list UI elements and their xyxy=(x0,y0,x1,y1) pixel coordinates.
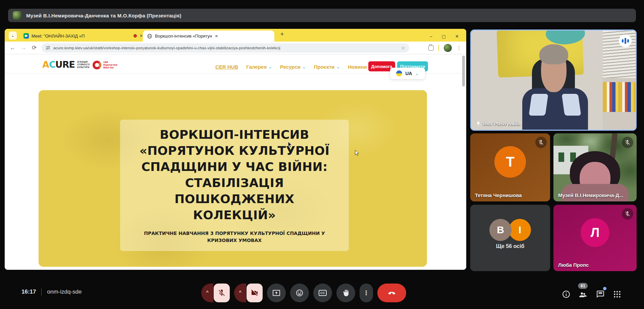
theme-divider xyxy=(438,45,439,51)
mic-toggle-button[interactable] xyxy=(214,284,230,302)
mic-control-group: ^ xyxy=(201,284,230,302)
participant-tile-overflow[interactable]: В І Ще 56 осіб xyxy=(470,205,550,271)
mic-off-icon xyxy=(218,289,226,297)
close-icon[interactable]: ✕ xyxy=(140,34,143,38)
person-hair xyxy=(539,44,568,64)
chevron-down-icon: ⌄ xyxy=(268,64,272,69)
address-bar[interactable]: acure.komp.kiev.ua/uk/statti/vorkshop-in… xyxy=(42,43,409,53)
bookshelf xyxy=(603,30,636,130)
info-icon xyxy=(562,290,571,299)
pin-icon xyxy=(476,121,481,126)
nav-item-resursy[interactable]: Ресурси⌄ xyxy=(280,64,306,70)
back-icon[interactable]: ← xyxy=(9,45,16,51)
partner-logo[interactable]: CBR Regional Hub Black Sea xyxy=(93,61,117,69)
raise-hand-icon xyxy=(342,289,350,297)
mic-off-icon xyxy=(538,139,544,145)
slide-title-line: КОЛЕКЦІЙ» xyxy=(193,207,276,223)
participant-name: Музей В.І.Немировича-Д... xyxy=(558,192,623,198)
participant-tile-lyuba[interactable]: Л Люба Пропс xyxy=(553,205,637,271)
slide-text-panel: ВОРКШОП-ІНТЕНСИВ «ПОРЯТУНОК КУЛЬТУРНОЇ С… xyxy=(120,120,349,251)
avatar: Т xyxy=(494,146,526,178)
camera-options-button[interactable]: ^ xyxy=(234,284,246,302)
meet-favicon-icon xyxy=(23,33,29,39)
more-participants-label: Ще 56 осіб xyxy=(470,243,550,249)
browser-tab-strip: ⌄ Meet: "ОНЛАЙН-ЗАХІД «П ✕ Воркшоп-інтен… xyxy=(5,29,466,42)
participants-button[interactable]: 61 xyxy=(576,288,590,301)
avatar: В xyxy=(489,219,512,241)
chat-button[interactable] xyxy=(594,288,607,301)
tab-workshop[interactable]: Воркшоп-інтенсив «Порятун ✕ xyxy=(143,30,274,42)
window-close-button[interactable]: ✕ xyxy=(455,34,459,39)
mic-muted-badge xyxy=(622,137,633,148)
chat-notification-dot xyxy=(603,287,606,290)
language-selector[interactable]: UA ⌄ xyxy=(390,68,425,79)
new-tab-button[interactable]: + xyxy=(278,30,286,39)
chevron-down-icon: ⌄ xyxy=(415,71,419,76)
bookmark-star-icon[interactable]: ☆ xyxy=(401,45,405,51)
page-scrollbar[interactable] xyxy=(462,56,465,86)
slide-title-line: ПОШКОДЖЕНИХ xyxy=(174,191,294,207)
activities-button[interactable] xyxy=(610,288,624,301)
shirt-collar xyxy=(529,94,548,116)
tab-panel-icon[interactable] xyxy=(428,45,434,51)
browser-menu-icon[interactable]: ⋮ xyxy=(457,45,462,51)
raise-hand-button[interactable] xyxy=(336,284,355,302)
speaking-indicator-icon xyxy=(619,35,632,47)
reload-icon[interactable]: ⟳ xyxy=(31,44,38,51)
participant-tile-ihor[interactable]: Ihor Poshyvailo xyxy=(470,29,637,131)
profile-avatar[interactable] xyxy=(444,44,452,52)
nav-item-novyny[interactable]: Новини xyxy=(348,64,367,70)
slide-title-line: ВОРКШОП-ІНТЕНСИВ xyxy=(160,127,309,143)
meeting-details-button[interactable] xyxy=(559,288,573,301)
shirt-collar xyxy=(562,94,581,116)
nav-item-proekty[interactable]: Проєкти⌄ xyxy=(314,64,340,70)
more-options-button[interactable]: ⋮ xyxy=(360,284,373,302)
browser-toolbar: ← → ⟳ acure.komp.kiev.ua/uk/statti/vorks… xyxy=(5,42,466,54)
site-logo[interactable]: ACURE АГЕНЦІЯ СТІЙКОСТІ КУЛЬТУРИ xyxy=(42,59,90,70)
present-screen-button[interactable] xyxy=(267,284,286,302)
brand-wordmark: ACURE xyxy=(42,59,75,70)
participant-tile-tetyana[interactable]: Т Тетяна Чернишова xyxy=(470,133,550,201)
mic-off-icon xyxy=(625,211,631,217)
camera-off-icon xyxy=(251,289,259,297)
forward-icon[interactable]: → xyxy=(20,45,27,51)
globe-icon xyxy=(147,34,152,39)
close-icon[interactable]: ✕ xyxy=(215,34,218,39)
site-settings-icon[interactable] xyxy=(46,46,50,50)
nav-item-cer-hub[interactable]: CER HUB xyxy=(215,64,238,70)
nav-item-galereya[interactable]: Галерея⌄ xyxy=(246,64,272,70)
camera-toggle-button[interactable] xyxy=(247,284,263,302)
apps-grid-icon xyxy=(613,290,622,299)
meeting-status: 16:17 onm-izdq-sde xyxy=(21,288,82,296)
clock-time: 16:17 xyxy=(21,289,36,295)
workshop-slide-image: ВОРКШОП-ІНТЕНСИВ «ПОРЯТУНОК КУЛЬТУРНОЇ С… xyxy=(39,90,427,267)
ukraine-flag-icon xyxy=(396,70,402,76)
participant-tile-muzey[interactable]: Музей В.І.Немировича-Д... xyxy=(553,133,637,201)
minimize-button[interactable]: – xyxy=(430,34,432,39)
avatar: І xyxy=(509,219,531,241)
cbr-ring-icon xyxy=(93,61,101,69)
reactions-button[interactable] xyxy=(290,284,309,302)
mic-muted-badge xyxy=(622,208,633,220)
captions-button[interactable]: CC xyxy=(313,284,332,302)
participant-name: Люба Пропс xyxy=(558,262,589,268)
presentation-title: Музей В.І.Немировича-Данченка та М.О.Кор… xyxy=(26,13,181,18)
chevron-down-icon: ⌄ xyxy=(302,64,306,69)
maximize-button[interactable]: ▢ xyxy=(442,34,446,39)
slide-subtitle: ПРАКТИЧНЕ НАВЧАННЯ З ПОРЯТУНКУ КУЛЬТУРНО… xyxy=(137,230,333,244)
tab-meet-title: Meet: "ОНЛАЙН-ЗАХІД «П xyxy=(32,34,131,39)
cc-icon: CC xyxy=(319,290,327,296)
mic-muted-badge xyxy=(535,137,547,148)
tab-meet[interactable]: Meet: "ОНЛАЙН-ЗАХІД «П ✕ xyxy=(23,33,143,39)
slide-title-line: СТАБІЛІЗАЦІЯ xyxy=(185,175,284,191)
leave-call-button[interactable] xyxy=(377,284,406,302)
tab-search-button[interactable]: ⌄ xyxy=(9,32,17,40)
slide-title-line: «ПОРЯТУНОК КУЛЬТУРНОЇ xyxy=(140,143,330,159)
chevron-down-icon: ⌄ xyxy=(336,64,340,69)
smiley-icon xyxy=(296,289,304,297)
end-call-icon xyxy=(387,289,396,297)
local-cursor xyxy=(355,150,360,157)
call-controls: ^ ^ CC ⋮ xyxy=(201,284,406,302)
mic-options-button[interactable]: ^ xyxy=(201,284,213,302)
chat-icon xyxy=(596,290,605,299)
